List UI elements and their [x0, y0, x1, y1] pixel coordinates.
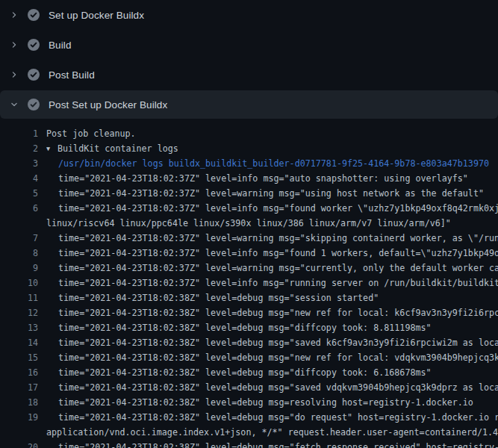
log-line-text: time="2021-04-23T18:02:37Z" level=info m…: [46, 276, 498, 290]
log-line-text: time="2021-04-23T18:02:38Z" level=debug …: [46, 305, 498, 320]
log-line: 14time="2021-04-23T18:02:38Z" level=debu…: [0, 335, 498, 350]
log-line: 15time="2021-04-23T18:02:38Z" level=debu…: [0, 350, 498, 365]
log-line-text: time="2021-04-23T18:02:37Z" level=info m…: [46, 246, 498, 261]
log-line: 11time="2021-04-23T18:02:38Z" level=debu…: [0, 290, 498, 305]
log-line: 12time="2021-04-23T18:02:38Z" level=debu…: [0, 305, 498, 320]
log-line-text: time="2021-04-23T18:02:38Z" level=debug …: [46, 350, 498, 365]
log-line: 8time="2021-04-23T18:02:37Z" level=info …: [0, 246, 498, 261]
log-line-number[interactable]: 20: [0, 440, 38, 448]
log-line: linux/riscv64 linux/ppc64le linux/s390x …: [0, 216, 498, 231]
steps-list: Set up Docker Buildx Build Post Build: [0, 0, 498, 119]
log-line-text: time="2021-04-23T18:02:38Z" level=debug …: [46, 380, 498, 395]
log-container: 1Post job cleanup.2▼BuildKit container l…: [0, 126, 498, 448]
log-line-number[interactable]: 19: [0, 410, 38, 425]
log-line-number[interactable]: 16: [0, 365, 38, 380]
check-circle-icon: [28, 9, 40, 21]
log-line: 13time="2021-04-23T18:02:38Z" level=debu…: [0, 320, 498, 335]
log-line: 7time="2021-04-23T18:02:37Z" level=warni…: [0, 231, 498, 246]
log-line: 4time="2021-04-23T18:02:37Z" level=info …: [0, 171, 498, 186]
log-line: 9time="2021-04-23T18:02:37Z" level=warni…: [0, 261, 498, 276]
log-line-text: time="2021-04-23T18:02:38Z" level=debug …: [46, 440, 498, 448]
log-line: 10time="2021-04-23T18:02:37Z" level=info…: [0, 276, 498, 290]
log-line-text: time="2021-04-23T18:02:38Z" level=debug …: [46, 410, 498, 425]
log-line: application/vnd.oci.image.index.v1+json,…: [0, 425, 498, 440]
log-line: 5time="2021-04-23T18:02:37Z" level=warni…: [0, 186, 498, 201]
step-header-post-build[interactable]: Post Build: [0, 60, 498, 90]
step-title: Post Set up Docker Buildx: [49, 99, 167, 111]
log-line-number[interactable]: 5: [0, 186, 38, 201]
log-line-number[interactable]: 8: [0, 246, 38, 261]
log-line-number[interactable]: 1: [0, 126, 38, 141]
log-line-number[interactable]: 3: [0, 156, 38, 171]
step-header-build[interactable]: Build: [0, 30, 498, 60]
log-line-number[interactable]: 17: [0, 380, 38, 395]
log-line-text: time="2021-04-23T18:02:38Z" level=debug …: [46, 320, 498, 335]
log-line: 1Post job cleanup.: [0, 126, 498, 141]
step-header-set-up-docker-buildx[interactable]: Set up Docker Buildx: [0, 0, 498, 30]
log-line: 16time="2021-04-23T18:02:38Z" level=debu…: [0, 365, 498, 380]
log-line-text: time="2021-04-23T18:02:37Z" level=info m…: [46, 201, 498, 216]
step-title: Build: [49, 40, 72, 51]
step-title: Post Build: [49, 69, 95, 81]
log-line: 18time="2021-04-23T18:02:38Z" level=debu…: [0, 395, 498, 410]
log-line-text: Post job cleanup.: [46, 126, 498, 141]
log-line-text: time="2021-04-23T18:02:38Z" level=debug …: [46, 335, 498, 350]
log-line-number[interactable]: 14: [0, 335, 38, 350]
log-line-number[interactable]: 11: [0, 290, 38, 305]
log-line-text: time="2021-04-23T18:02:37Z" level=warnin…: [46, 231, 498, 246]
log-line: 17time="2021-04-23T18:02:38Z" level=debu…: [0, 380, 498, 395]
check-circle-icon: [28, 69, 40, 81]
group-title: BuildKit container logs: [57, 143, 178, 154]
log-line-number[interactable]: 13: [0, 320, 38, 335]
log-line-text: time="2021-04-23T18:02:38Z" level=debug …: [46, 290, 498, 305]
log-line: 20time="2021-04-23T18:02:38Z" level=debu…: [0, 440, 498, 448]
log-line-number: [0, 216, 38, 231]
check-circle-icon: [28, 39, 40, 51]
chevron-right-icon[interactable]: [10, 11, 18, 19]
log-line-number[interactable]: 15: [0, 350, 38, 365]
log-line-number[interactable]: 7: [0, 231, 38, 246]
log-line-number: [0, 425, 38, 440]
workflow-log-viewer: Set up Docker Buildx Build Post Build: [0, 0, 498, 448]
log-line-text: time="2021-04-23T18:02:37Z" level=info m…: [46, 171, 498, 186]
log-line-number[interactable]: 12: [0, 305, 38, 320]
log-line-text: time="2021-04-23T18:02:38Z" level=debug …: [46, 395, 498, 410]
log-line-text: linux/riscv64 linux/ppc64le linux/s390x …: [46, 216, 498, 231]
log-line-number[interactable]: 2: [0, 141, 38, 156]
log-line-text: application/vnd.oci.image.index.v1+json,…: [46, 425, 498, 440]
log-line: 3/usr/bin/docker logs buildx_buildkit_bu…: [0, 156, 498, 171]
log-line-number[interactable]: 18: [0, 395, 38, 410]
log-line-text: ▼BuildKit container logs: [46, 141, 498, 156]
chevron-right-icon[interactable]: [10, 41, 18, 49]
step-title: Set up Docker Buildx: [49, 10, 144, 21]
chevron-right-icon[interactable]: [10, 71, 18, 78]
log-line-text: time="2021-04-23T18:02:37Z" level=warnin…: [46, 261, 498, 276]
log-line: 6time="2021-04-23T18:02:37Z" level=info …: [0, 201, 498, 216]
log-line: 19time="2021-04-23T18:02:38Z" level=debu…: [0, 410, 498, 425]
log-line-number[interactable]: 9: [0, 261, 38, 276]
log-line-number[interactable]: 6: [0, 201, 38, 216]
group-toggle-icon[interactable]: ▼: [46, 141, 57, 156]
log-line-text: time="2021-04-23T18:02:37Z" level=warnin…: [46, 186, 498, 201]
step-header-post-set-up-docker-buildx[interactable]: Post Set up Docker Buildx: [0, 90, 498, 119]
log-line-number[interactable]: 4: [0, 171, 38, 186]
log-line: 2▼BuildKit container logs: [0, 141, 498, 156]
check-circle-icon: [28, 99, 40, 111]
chevron-down-icon[interactable]: [10, 101, 18, 108]
log-line-number[interactable]: 10: [0, 276, 38, 290]
log-command-text: /usr/bin/docker logs buildx_buildkit_bui…: [46, 156, 498, 171]
log-line-text: time="2021-04-23T18:02:38Z" level=debug …: [46, 365, 498, 380]
